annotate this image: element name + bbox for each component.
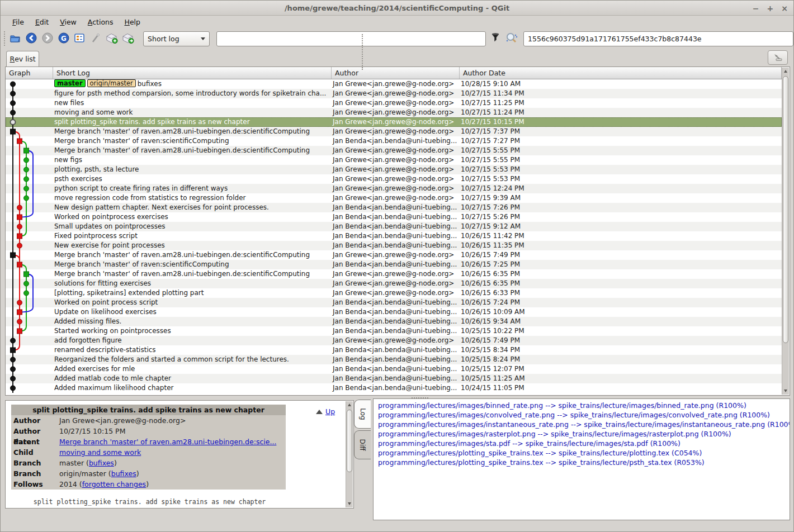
wand-button[interactable]: [88, 31, 103, 46]
file-rename-entry[interactable]: programming/lectures/images/rasterplot.p…: [378, 429, 790, 439]
table-row[interactable]: Merge branch 'master' of raven.am28.uni-…: [6, 250, 782, 260]
scroll-up-icon[interactable]: [782, 68, 789, 75]
table-row[interactable]: new filesJan Grewe<jan.grewe@g-node.org>…: [6, 98, 782, 108]
title-bar[interactable]: /home/grewe/teaching/2014/scientificComp…: [1, 1, 793, 16]
detail-text: 10/27/15 10:15 PM: [59, 427, 125, 435]
menu-view[interactable]: View: [55, 16, 82, 28]
detail-link[interactable]: moving and some work: [59, 448, 141, 457]
menu-actions[interactable]: Actions: [83, 16, 119, 28]
table-row[interactable]: move regression code from statistics to …: [6, 193, 782, 203]
table-row[interactable]: Worked on pointprocess exercisesJan Bend…: [6, 212, 782, 222]
menu-help[interactable]: Help: [120, 16, 146, 28]
scroll-down-icon[interactable]: [346, 500, 353, 507]
minimize-button[interactable]: −: [753, 4, 759, 12]
scrollbar-thumb[interactable]: [783, 76, 788, 343]
file-rename-entry[interactable]: programming/lectures/images/instantaneou…: [378, 420, 790, 429]
find-highlight-icon[interactable]: [505, 32, 518, 46]
author-cell: Jan Benda<jan.benda@uni-tuebing...: [332, 241, 460, 250]
column-header-graph[interactable]: Graph: [6, 67, 53, 79]
back-button[interactable]: [24, 31, 39, 46]
scroll-down-icon[interactable]: [782, 387, 789, 395]
table-row[interactable]: Added missing files.Jan Benda<jan.benda@…: [6, 317, 782, 326]
table-row[interactable]: Worked on point process scriptJan Benda<…: [6, 298, 782, 307]
author-date-cell: 10/28/15 9:10 AM: [460, 79, 782, 89]
short-log-cell: New design pattern chapter. Next exercis…: [53, 203, 332, 212]
detach-tab-button[interactable]: [768, 50, 788, 65]
detail-text: master (: [59, 459, 89, 467]
side-tab-diff[interactable]: Diff: [354, 430, 371, 459]
reload-button[interactable]: G: [56, 31, 71, 46]
file-rename-entry[interactable]: programming/lectures/images/sta.pdf --> …: [378, 439, 790, 448]
table-row[interactable]: solutions for fitting exercisesJan Grewe…: [6, 279, 782, 288]
table-row[interactable]: figure for psth method comparsion, some …: [6, 89, 782, 98]
table-row[interactable]: Update on likelihood exercisesJan Benda<…: [6, 307, 782, 317]
table-row[interactable]: Added matlab code to mle chapterJan Bend…: [6, 374, 782, 383]
author-date-cell: 10/26/15 6:35 PM: [460, 269, 782, 279]
up-link[interactable]: Up: [325, 407, 335, 416]
detail-link[interactable]: bufixes: [111, 469, 136, 478]
apply-patch-button[interactable]: [120, 31, 135, 46]
table-row[interactable]: New design pattern chapter. Next exercis…: [6, 203, 782, 212]
up-button[interactable]: Up: [316, 407, 335, 416]
table-row[interactable]: [plotting, spiketrains] extended plottin…: [6, 288, 782, 298]
detail-scrollbar[interactable]: [346, 401, 353, 507]
short-log-cell: masterorigin/masterbufixes: [53, 79, 332, 89]
file-list-panel: programming/lectures/images/binned_rate.…: [373, 398, 790, 520]
author-cell: Jan Grewe<jan.grewe@g-node.org>: [332, 79, 460, 89]
column-header-author[interactable]: Author: [332, 67, 460, 79]
table-row[interactable]: plotting, psth, sta lectureJan Grewe<jan…: [6, 165, 782, 174]
table-row[interactable]: Started working on pointprocessesJan Ben…: [6, 326, 782, 336]
detail-link[interactable]: bufixes: [89, 459, 114, 467]
author-cell: Jan Benda<jan.benda@uni-tuebing...: [332, 260, 460, 269]
table-row[interactable]: python script to create firing rates in …: [6, 184, 782, 193]
filter-input[interactable]: [216, 31, 486, 46]
table-row[interactable]: Added maximum likelihood chapterJan Bend…: [6, 383, 782, 393]
table-row[interactable]: Merge branch 'master' of raven.am28.uni-…: [6, 127, 782, 136]
author-cell: Jan Benda<jan.benda@uni-tuebing...: [332, 383, 460, 393]
column-header-short-log[interactable]: Short Log: [53, 67, 332, 79]
scrollbar-thumb[interactable]: [347, 410, 352, 472]
file-rename-entry[interactable]: programming/lectures/images/binned_rate.…: [378, 401, 790, 410]
file-rename-entry[interactable]: programming/lectures/images/convolved_ra…: [378, 410, 790, 420]
table-row[interactable]: renamed descriptive-statisticsJan Benda<…: [6, 345, 782, 355]
table-row[interactable]: split plotting_spike trains. add spike t…: [6, 117, 782, 127]
view-mode-select[interactable]: Short log: [143, 31, 210, 46]
short-log-cell: Added exercises for mle: [53, 364, 332, 374]
detail-link[interactable]: Merge branch 'master' of raven.am28.uni-…: [59, 438, 276, 446]
open-repo-button[interactable]: [8, 31, 23, 46]
view-toggle-button[interactable]: [72, 31, 87, 46]
file-rename-entry[interactable]: programming/lectures/plotting_spike_trai…: [378, 458, 790, 467]
table-row[interactable]: add forgotten figureJan Grewe<jan.grewe@…: [6, 336, 782, 345]
rev-table-scrollbar[interactable]: [782, 68, 789, 395]
menu-edit[interactable]: Edit: [30, 16, 54, 28]
toolbar-grip[interactable]: [4, 31, 7, 46]
detail-link[interactable]: forgotten changes: [82, 480, 146, 488]
column-header-author-date[interactable]: Author Date: [460, 67, 782, 79]
table-row[interactable]: psth exercisesJan Grewe<jan.grewe@g-node…: [6, 174, 782, 184]
scroll-up-icon[interactable]: [346, 401, 353, 408]
menu-file[interactable]: File: [7, 16, 29, 28]
table-row[interactable]: Added exercises for mleJan Benda<jan.ben…: [6, 364, 782, 374]
file-rename-entry[interactable]: programming/lectures/plotting_spike_trai…: [378, 448, 790, 458]
table-row[interactable]: new figsJan Grewe<jan.grewe@g-node.org>1…: [6, 155, 782, 165]
maximize-button[interactable]: +: [767, 4, 774, 12]
triangle-up-icon: [316, 410, 323, 414]
tab-rev-list[interactable]: Rev list: [6, 51, 39, 66]
table-row[interactable]: Merge branch 'master' of raven.am28.uni-…: [6, 146, 782, 155]
sha-input[interactable]: [523, 31, 793, 46]
table-row[interactable]: moving and some workJan Grewe<jan.grewe@…: [6, 108, 782, 117]
table-row[interactable]: masterorigin/masterbufixesJan Grewe<jan.…: [6, 79, 782, 89]
splitter-grip-vertical[interactable]: [362, 34, 363, 70]
table-row[interactable]: Fixed pointprocess scriptJan Benda<jan.b…: [6, 231, 782, 241]
side-tab-log[interactable]: Log: [354, 400, 371, 429]
table-row[interactable]: Small updates on pointprocessesJan Benda…: [6, 222, 782, 231]
table-row[interactable]: Merge branch 'master' of raven.am28.uni-…: [6, 269, 782, 279]
table-row[interactable]: Merge branch 'master' of raven:scientifi…: [6, 260, 782, 269]
table-row[interactable]: Merge branch 'master' of raven:scientifi…: [6, 136, 782, 146]
forward-button[interactable]: [40, 31, 55, 46]
save-patch-button[interactable]: [105, 31, 120, 46]
table-row[interactable]: New exercise for point processesJan Bend…: [6, 241, 782, 250]
table-row[interactable]: Reorganized the folders and started a co…: [6, 355, 782, 364]
close-button[interactable]: ×: [781, 4, 788, 12]
author-cell: Jan Benda<jan.benda@uni-tuebing...: [332, 326, 460, 336]
